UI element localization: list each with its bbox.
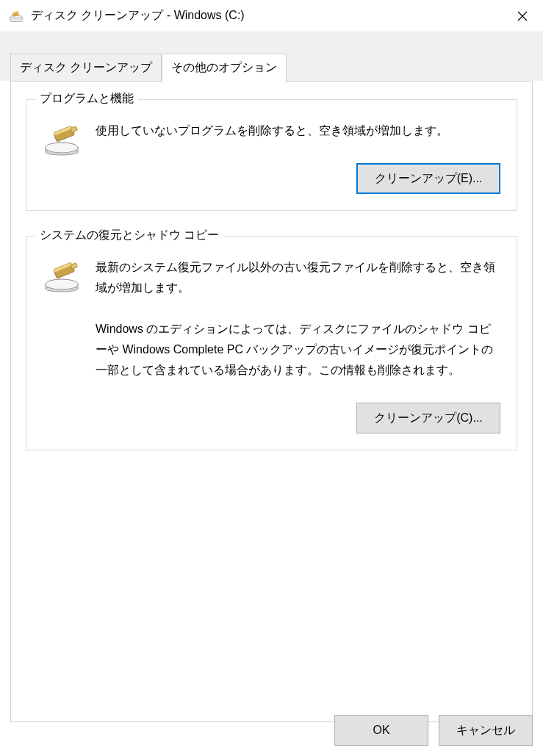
disk-brush-icon — [43, 120, 81, 158]
tab-more-options[interactable]: その他のオプション — [162, 54, 287, 83]
window-title: ディスク クリーンアップ - Windows (C:) — [31, 8, 502, 24]
disk-brush-icon — [43, 257, 81, 295]
title-bar: ディスク クリーンアップ - Windows (C:) — [0, 0, 543, 32]
close-icon — [517, 11, 528, 21]
tab-strip: ディスク クリーンアップその他のオプション — [0, 32, 543, 81]
group-title-restore: システムの復元とシャドウ コピー — [35, 228, 223, 243]
cancel-button[interactable]: キャンセル — [439, 715, 533, 746]
group-programs-and-features: プログラムと機能 使用していないプログラムを削除すると、空き領域が増加します。 — [26, 99, 517, 211]
tab-disk-cleanup[interactable]: ディスク クリーンアップ — [10, 54, 162, 83]
svg-point-9 — [46, 143, 78, 153]
svg-point-16 — [46, 279, 78, 289]
programs-description: 使用していないプログラムを削除すると、空き領域が増加します。 — [96, 120, 500, 141]
close-button[interactable] — [502, 0, 543, 32]
restore-description-2: Windows のエディションによっては、ディスクにファイルのシャドウ コピーや… — [96, 319, 500, 381]
tab-panel-more-options: プログラムと機能 使用していないプログラムを削除すると、空き領域が増加します。 — [10, 81, 533, 722]
group-title-programs: プログラムと機能 — [35, 91, 138, 107]
disk-cleanup-icon — [9, 9, 24, 24]
group-system-restore: システムの復元とシャドウ コピー 最新のシステム復元ファイル以外の古い復元ファイ… — [26, 236, 517, 450]
restore-description-1: 最新のシステム復元ファイル以外の古い復元ファイルを削除すると、空き領域が増加しま… — [96, 257, 500, 298]
dialog-footer: OK キャンセル — [334, 715, 533, 746]
ok-button[interactable]: OK — [334, 715, 428, 746]
cleanup-programs-button[interactable]: クリーンアップ(E)... — [356, 163, 500, 194]
cleanup-restore-button[interactable]: クリーンアップ(C)... — [356, 403, 500, 433]
